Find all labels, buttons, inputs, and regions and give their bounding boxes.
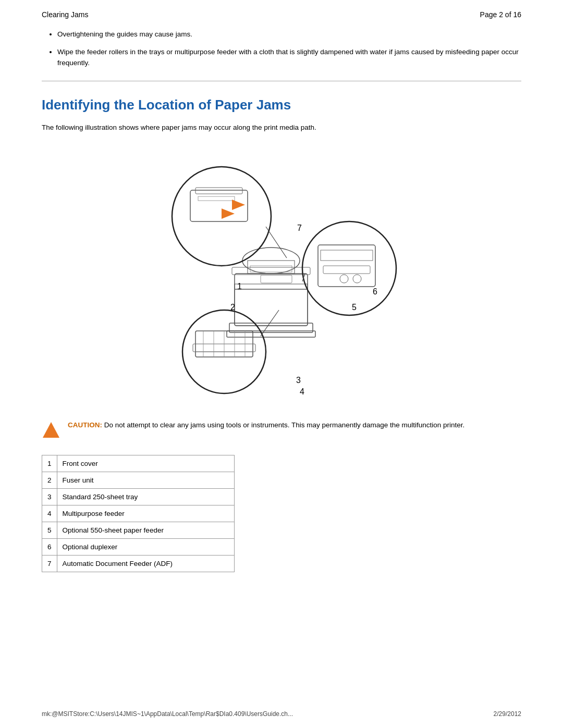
bullet-item-2: Wipe the feeder rollers in the trays or … <box>57 47 521 68</box>
caution-label: CAUTION: <box>68 421 102 429</box>
caution-body: Do not attempt to clear any jams using t… <box>102 421 464 429</box>
section-heading: Identifying the Location of Paper Jams <box>42 97 521 113</box>
svg-point-21 <box>353 275 361 283</box>
label-1: 1 <box>237 282 242 291</box>
part-label: Optional 550-sheet paper feeder <box>57 522 234 539</box>
table-row: 2Fuser unit <box>42 472 235 489</box>
part-number: 5 <box>42 522 57 539</box>
svg-text:!: ! <box>50 426 53 437</box>
part-number: 6 <box>42 539 57 556</box>
part-label: Multipurpose feeder <box>57 505 234 522</box>
page-footer: mk:@MSITStore:C:\Users\14JMIS~1\AppData\… <box>42 710 521 718</box>
table-row: 6Optional duplexer <box>42 539 235 556</box>
part-number: 2 <box>42 472 57 489</box>
label-2: 2 <box>230 303 235 312</box>
part-label: Standard 250-sheet tray <box>57 489 234 505</box>
diagram-svg: 1 2 3 4 5 6 7 <box>146 149 417 404</box>
page-number: Page 2 of 16 <box>480 10 521 19</box>
parts-table: 1Front cover2Fuser unit3Standard 250-she… <box>42 455 235 572</box>
label-6: 6 <box>373 287 377 296</box>
table-row: 1Front cover <box>42 455 235 472</box>
page-container: Clearing Jams Page 2 of 16 Overtightenin… <box>0 0 563 728</box>
svg-rect-0 <box>235 274 308 326</box>
svg-rect-7 <box>235 289 308 326</box>
part-label: Automatic Document Feeder (ADF) <box>57 556 234 572</box>
part-number: 1 <box>42 455 57 472</box>
section-intro: The following illustration shows where p… <box>42 122 521 133</box>
svg-rect-19 <box>323 266 370 274</box>
svg-point-20 <box>340 275 348 283</box>
part-number: 7 <box>42 556 57 572</box>
svg-rect-1 <box>235 284 308 289</box>
label-4: 4 <box>300 387 304 396</box>
section-divider <box>42 81 521 81</box>
caution-text: CAUTION: Do not attempt to clear any jam… <box>68 419 464 431</box>
document-title: Clearing Jams <box>42 10 88 19</box>
footer-path: mk:@MSITStore:C:\Users\14JMIS~1\AppData\… <box>42 710 293 718</box>
table-row: 4Multipurpose feeder <box>42 505 235 522</box>
svg-rect-8 <box>261 275 292 283</box>
caution-icon: ! <box>42 421 60 439</box>
svg-marker-15 <box>222 208 235 219</box>
bullet-list: Overtightening the guides may cause jams… <box>57 29 521 68</box>
table-row: 7Automatic Document Feeder (ADF) <box>42 556 235 572</box>
part-number: 4 <box>42 505 57 522</box>
part-label: Front cover <box>57 455 234 472</box>
caution-box: ! CAUTION: Do not attempt to clear any j… <box>42 419 521 439</box>
page-header: Clearing Jams Page 2 of 16 <box>42 10 521 19</box>
bullet-item-1: Overtightening the guides may cause jams… <box>57 29 521 40</box>
svg-rect-18 <box>321 250 373 261</box>
label-7: 7 <box>297 224 302 232</box>
svg-rect-13 <box>198 196 235 201</box>
label-3: 3 <box>296 376 301 385</box>
svg-rect-12 <box>195 188 242 194</box>
part-label: Optional duplexer <box>57 539 234 556</box>
part-label: Fuser unit <box>57 472 234 489</box>
svg-rect-3 <box>227 331 315 337</box>
svg-marker-14 <box>232 200 245 210</box>
table-row: 5Optional 550-sheet paper feeder <box>42 522 235 539</box>
footer-date: 2/29/2012 <box>494 710 521 718</box>
svg-rect-6 <box>250 266 292 272</box>
label-5: 5 <box>352 303 357 312</box>
table-row: 3Standard 250-sheet tray <box>42 489 235 505</box>
svg-point-16 <box>302 221 396 315</box>
printer-diagram: 1 2 3 4 5 6 7 <box>42 149 521 404</box>
svg-line-31 <box>266 227 287 258</box>
part-number: 3 <box>42 489 57 505</box>
